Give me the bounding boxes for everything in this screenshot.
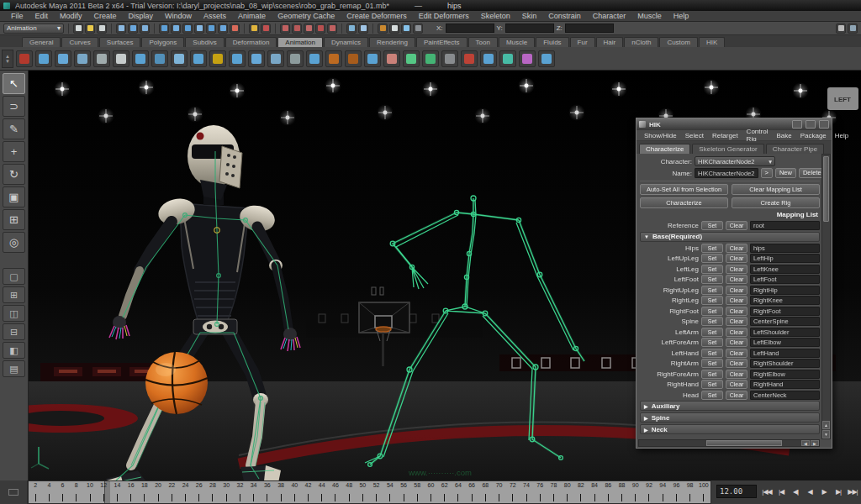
set-button[interactable]: Set bbox=[701, 254, 723, 263]
menu-skeleton[interactable]: Skeleton bbox=[475, 12, 516, 20]
shelf-icon-12[interactable] bbox=[229, 50, 246, 67]
mapping-value-field[interactable]: root bbox=[750, 221, 820, 230]
soft-modification-tool[interactable]: ◎ bbox=[3, 232, 25, 253]
shelf-tab-curves[interactable]: Curves bbox=[61, 37, 98, 47]
close-icon[interactable] bbox=[819, 120, 829, 129]
clear-button[interactable]: Clear bbox=[726, 254, 747, 263]
set-button[interactable]: Set bbox=[701, 317, 723, 326]
menu-edit[interactable]: Edit bbox=[29, 12, 55, 20]
mapping-value-field[interactable]: LeftShoulder bbox=[750, 328, 820, 337]
current-time-marker[interactable] bbox=[104, 481, 110, 503]
rotate-tool[interactable]: ↻ bbox=[3, 164, 25, 185]
menu-muscle[interactable]: Muscle bbox=[631, 12, 668, 20]
menu-create-deformers[interactable]: Create Deformers bbox=[341, 12, 413, 20]
clear-button[interactable]: Clear bbox=[726, 380, 747, 389]
shelf-icon-5[interactable] bbox=[93, 50, 110, 67]
shelf-icon-22[interactable] bbox=[422, 50, 439, 67]
transport-button-4[interactable]: ◀ bbox=[803, 486, 816, 499]
clear-mapping-list-button[interactable]: Clear Mapping List bbox=[732, 184, 820, 195]
shelf-tab-muscle[interactable]: Muscle bbox=[499, 37, 535, 47]
shelf-icon-3[interactable] bbox=[55, 50, 71, 67]
shelf-tab-animation[interactable]: Animation bbox=[277, 37, 323, 47]
menu-geometry-cache[interactable]: Geometry Cache bbox=[272, 12, 341, 20]
clear-button[interactable]: Clear bbox=[726, 244, 747, 253]
layout-two-pane-stacked[interactable]: ⊟ bbox=[3, 323, 25, 340]
axis-input-y[interactable] bbox=[505, 24, 554, 33]
status-line-icon[interactable] bbox=[171, 24, 181, 34]
status-line-icon[interactable] bbox=[249, 24, 259, 34]
shelf-icon-20[interactable] bbox=[383, 50, 400, 67]
shelf-icon-19[interactable] bbox=[364, 50, 381, 67]
status-line-icon[interactable] bbox=[327, 24, 337, 34]
shelf-tab-fur[interactable]: Fur bbox=[570, 37, 595, 47]
shelf-icon-17[interactable] bbox=[325, 50, 342, 67]
menu-animate[interactable]: Animate bbox=[232, 12, 272, 20]
clear-button[interactable]: Clear bbox=[726, 338, 747, 347]
shelf-icon-18[interactable] bbox=[345, 50, 362, 67]
clear-button[interactable]: Clear bbox=[726, 221, 747, 230]
set-button[interactable]: Set bbox=[701, 265, 723, 274]
status-line-icon[interactable] bbox=[85, 24, 95, 34]
axis-input-x[interactable] bbox=[446, 24, 494, 33]
grid-snap-icon[interactable] bbox=[848, 24, 858, 34]
set-button[interactable]: Set bbox=[701, 359, 723, 368]
auto-set-button[interactable]: Auto-Set All from Selection bbox=[640, 184, 728, 195]
set-button[interactable]: Set bbox=[701, 391, 723, 400]
status-line-icon[interactable] bbox=[97, 24, 107, 34]
shelf-tab-ncloth[interactable]: nCloth bbox=[624, 37, 658, 47]
shelf-icon-13[interactable] bbox=[248, 50, 265, 67]
mapping-value-field[interactable]: RightHip bbox=[750, 286, 820, 295]
set-button[interactable]: Set bbox=[701, 244, 723, 253]
shelf-icon-6[interactable] bbox=[113, 50, 129, 67]
universal-manipulator-tool[interactable]: ⊞ bbox=[3, 209, 25, 230]
menu-file[interactable]: File bbox=[5, 12, 29, 20]
status-line-icon[interactable] bbox=[401, 24, 411, 34]
shelf-icon-4[interactable] bbox=[74, 50, 91, 67]
current-frame-field[interactable] bbox=[716, 485, 757, 498]
section-neck[interactable]: ▶Neck bbox=[640, 424, 820, 434]
expand-name-button[interactable]: > bbox=[761, 168, 773, 178]
status-line-icon[interactable] bbox=[230, 24, 240, 34]
character-dropdown[interactable]: HIKCharacterNode2 ▾ bbox=[695, 156, 775, 166]
lasso-select-tool[interactable]: ⊃ bbox=[3, 96, 25, 117]
paint-select-tool[interactable]: ✎ bbox=[3, 118, 25, 139]
clear-button[interactable]: Clear bbox=[726, 286, 747, 295]
status-line-icon[interactable] bbox=[116, 24, 126, 34]
mapping-value-field[interactable]: RightFoot bbox=[750, 307, 820, 316]
status-line-icon[interactable] bbox=[261, 24, 271, 34]
hik-tab-character-pipe[interactable]: Character Pipe bbox=[766, 144, 824, 154]
clear-button[interactable]: Clear bbox=[726, 265, 747, 274]
scroll-right-icon[interactable]: ▶ bbox=[811, 440, 819, 446]
shelf-icon-11[interactable] bbox=[209, 50, 226, 67]
layout-single-pane[interactable]: ▢ bbox=[3, 268, 25, 285]
menu-help[interactable]: Help bbox=[668, 12, 695, 20]
mapping-value-field[interactable]: RightKnee bbox=[750, 296, 820, 305]
set-button[interactable]: Set bbox=[701, 286, 723, 295]
shelf-icon-9[interactable] bbox=[171, 50, 188, 67]
shelf-icon-15[interactable] bbox=[287, 50, 304, 67]
menu-edit-deformers[interactable]: Edit Deformers bbox=[413, 12, 475, 20]
shelf-icon-21[interactable] bbox=[403, 50, 420, 67]
shelf-icon-25[interactable] bbox=[480, 50, 497, 67]
menu-assets[interactable]: Assets bbox=[198, 12, 232, 20]
status-line-icon[interactable] bbox=[140, 24, 150, 34]
hik-menu-bake[interactable]: Bake bbox=[772, 132, 795, 139]
menu-constrain[interactable]: Constrain bbox=[542, 12, 587, 20]
scroll-up-icon[interactable]: ▲ bbox=[822, 421, 830, 429]
status-line-icon[interactable] bbox=[159, 24, 169, 34]
clear-button[interactable]: Clear bbox=[726, 317, 747, 326]
mapping-value-field[interactable]: LeftKnee bbox=[750, 265, 820, 274]
shelf-tab-toon[interactable]: Toon bbox=[468, 37, 498, 47]
section-auxiliary[interactable]: ▶Auxiliary bbox=[640, 401, 820, 411]
shelf-icon-26[interactable] bbox=[499, 50, 516, 67]
shelf-icon-24[interactable] bbox=[461, 50, 478, 67]
status-line-icon[interactable] bbox=[292, 24, 302, 34]
shelf-tab-surfaces[interactable]: Surfaces bbox=[99, 37, 141, 47]
menu-set-selector[interactable]: Animation ▾ bbox=[3, 24, 64, 34]
clear-button[interactable]: Clear bbox=[726, 391, 747, 400]
menu-skin[interactable]: Skin bbox=[516, 12, 543, 20]
minimize-icon[interactable] bbox=[792, 120, 802, 129]
clear-button[interactable]: Clear bbox=[726, 296, 747, 305]
menu-create[interactable]: Create bbox=[88, 12, 123, 20]
shelf-icon-28[interactable] bbox=[538, 50, 555, 67]
